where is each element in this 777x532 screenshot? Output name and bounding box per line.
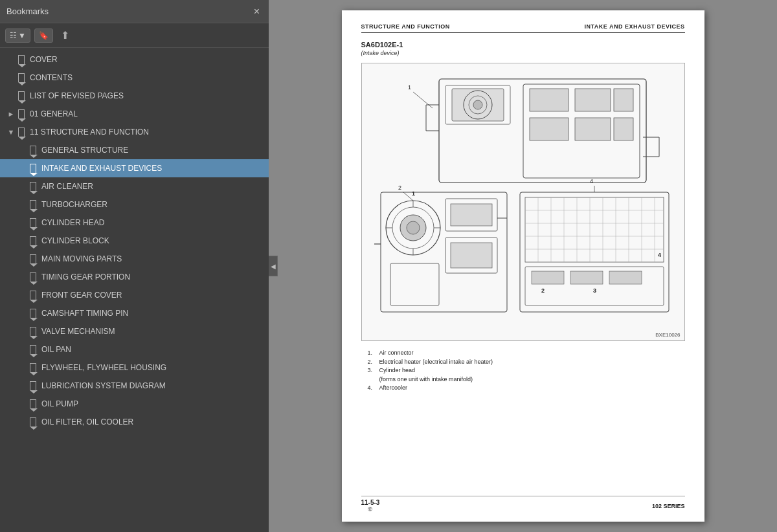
bookmark-item-timing-gear[interactable]: TIMING GEAR PORTION (0, 268, 269, 286)
bookmark-item-cylinder-block[interactable]: CYLINDER BLOCK (0, 232, 269, 250)
svg-rect-7 (530, 89, 569, 111)
bookmark-ribbon-icon (28, 308, 38, 318)
bookmark-label: MAIN MOVING PARTS (41, 254, 122, 263)
bookmark-item-01-general[interactable]: ►01 GENERAL (0, 105, 269, 123)
expand-icon: ▼ (6, 128, 16, 136)
page-header: STRUCTURE AND FUNCTION INTAKE AND EXHAUS… (361, 23, 685, 33)
svg-rect-49 (570, 271, 603, 284)
bookmark-ribbon-icon (17, 127, 26, 137)
bookmark-icon-toolbar: 🔖 (39, 31, 49, 40)
header-left-text: STRUCTURE AND FUNCTION (361, 23, 450, 30)
cursor-icon: ⬆ (61, 29, 69, 41)
bookmark-item-general-structure[interactable]: GENERAL STRUCTURE (0, 141, 269, 159)
bookmark-label: FLYWHEEL, FLYWHEEL HOUSING (41, 363, 166, 372)
expand-all-button[interactable]: ☷ ▼ (5, 28, 30, 43)
page-number-sub: ⑫ (361, 506, 380, 513)
close-button[interactable]: × (251, 5, 262, 18)
bookmarks-list[interactable]: COVERCONTENTSLIST OF REVISED PAGES►01 GE… (0, 48, 269, 532)
diagram-reference: BXE10026 (655, 332, 680, 338)
bookmark-item-lubrication-diagram[interactable]: LUBRICATION SYSTEM DIAGRAM (0, 377, 269, 395)
caption-text: Electrical heater (electrical intake air… (379, 358, 685, 367)
bookmark-options-button[interactable]: 🔖 (34, 28, 53, 43)
bookmarks-toolbar: ☷ ▼ 🔖 ⬆ (0, 23, 269, 48)
bookmark-ribbon-icon (28, 326, 38, 337)
svg-rect-27 (451, 243, 492, 268)
bookmark-item-front-gear[interactable]: FRONT GEAR COVER (0, 286, 269, 304)
bookmark-item-cover[interactable]: COVER (0, 50, 269, 69)
bookmark-label: COVER (30, 55, 58, 64)
bookmark-label: TURBOCHARGER (41, 200, 107, 209)
bookmark-label: GENERAL STRUCTURE (41, 146, 128, 155)
bookmark-ribbon-icon (17, 109, 26, 119)
bookmark-item-air-cleaner[interactable]: AIR CLEANER (0, 177, 269, 195)
caption-text: (forms one unit with intake manifold) (379, 375, 685, 384)
svg-rect-32 (525, 197, 664, 262)
engine-diagram-container: 1 (361, 63, 685, 341)
svg-text:1: 1 (408, 84, 411, 91)
caption-item: 2.Electrical heater (electrical intake a… (368, 358, 685, 367)
svg-point-5 (473, 100, 482, 109)
svg-rect-48 (532, 271, 564, 284)
caption-text: Cylinder head (379, 366, 685, 375)
caption-num: 2. (368, 358, 376, 367)
bookmark-ribbon-icon (28, 254, 38, 264)
expand-icon: ► (6, 110, 16, 118)
series-label: 102 SERIES (652, 503, 685, 509)
bookmark-item-oil-pump[interactable]: OIL PUMP (0, 395, 269, 413)
bookmark-label: LUBRICATION SYSTEM DIAGRAM (41, 381, 166, 390)
bookmark-label: CAMSHAFT TIMING PIN (41, 309, 128, 318)
svg-rect-8 (575, 89, 611, 111)
bookmarks-header: Bookmarks × (0, 0, 269, 23)
bookmark-ribbon-icon (28, 163, 38, 173)
caption-item: 1.Air connector (368, 349, 685, 358)
svg-point-19 (407, 221, 420, 234)
bookmark-label: OIL PUMP (41, 399, 78, 408)
bookmark-item-list-revised[interactable]: LIST OF REVISED PAGES (0, 87, 269, 105)
bookmark-ribbon-icon (17, 72, 26, 83)
bookmark-ribbon-icon (28, 417, 38, 427)
bookmark-ribbon-icon (28, 290, 38, 300)
bookmark-item-oil-pan[interactable]: OIL PAN (0, 340, 269, 359)
bookmark-item-main-moving[interactable]: MAIN MOVING PARTS (0, 250, 269, 268)
bookmark-label: AIR CLEANER (41, 182, 93, 191)
caption-item: 3.Cylinder head (368, 366, 685, 375)
bookmark-item-camshaft[interactable]: CAMSHAFT TIMING PIN (0, 304, 269, 322)
bookmark-label: OIL PAN (41, 345, 71, 354)
bookmark-label: CONTENTS (30, 73, 73, 82)
expand-all-icon: ☷ (10, 31, 17, 40)
svg-text:4: 4 (590, 178, 593, 184)
bookmark-item-cylinder-head[interactable]: CYLINDER HEAD (0, 214, 269, 232)
svg-rect-11 (575, 118, 611, 140)
bookmark-label: INTAKE AND EXHAUST DEVICES (41, 164, 162, 173)
page-footer: 11-5-3 ⑫ 102 SERIES (361, 496, 685, 513)
caption-num: 3. (368, 366, 376, 375)
bookmark-label: FRONT GEAR COVER (41, 291, 122, 300)
svg-text:1: 1 (412, 190, 415, 197)
bookmark-item-contents[interactable]: CONTENTS (0, 69, 269, 87)
bookmark-item-flywheel[interactable]: FLYWHEEL, FLYWHEEL HOUSING (0, 359, 269, 377)
bookmark-ribbon-icon (28, 199, 38, 210)
bookmark-label: LIST OF REVISED PAGES (30, 91, 124, 100)
svg-line-13 (413, 92, 433, 108)
bookmarks-title: Bookmarks (6, 6, 49, 16)
svg-rect-12 (614, 118, 633, 140)
document-panel: STRUCTURE AND FUNCTION INTAKE AND EXHAUS… (269, 0, 777, 532)
bookmark-ribbon-icon (28, 236, 38, 246)
bookmark-item-turbocharger[interactable]: TURBOCHARGER (0, 195, 269, 214)
bookmark-label: CYLINDER BLOCK (41, 236, 109, 245)
panel-collapse-toggle[interactable]: ◀ (269, 256, 278, 276)
bookmark-ribbon-icon (28, 145, 38, 155)
bookmark-item-valve-mechanism[interactable]: VALVE MECHANISM (0, 322, 269, 340)
bookmark-item-11-structure[interactable]: ▼11 STRUCTURE AND FUNCTION (0, 123, 269, 141)
svg-text:4: 4 (658, 252, 661, 258)
model-name: SA6D102E-1 (361, 41, 685, 49)
header-right-text: INTAKE AND EXHAUST DEVICES (584, 23, 684, 30)
bookmarks-panel: Bookmarks × ☷ ▼ 🔖 ⬆ COVERCONTENTSLIST OF… (0, 0, 269, 532)
svg-text:2: 2 (398, 184, 401, 191)
caption-item: (forms one unit with intake manifold) (368, 375, 685, 384)
caption-text: Air connector (379, 349, 685, 358)
bookmark-item-intake-exhaust[interactable]: INTAKE AND EXHAUST DEVICES (0, 159, 269, 177)
bookmark-ribbon-icon (28, 181, 38, 192)
bookmark-label: TIMING GEAR PORTION (41, 272, 130, 282)
bookmark-item-oil-filter[interactable]: OIL FILTER, OIL COOLER (0, 413, 269, 431)
